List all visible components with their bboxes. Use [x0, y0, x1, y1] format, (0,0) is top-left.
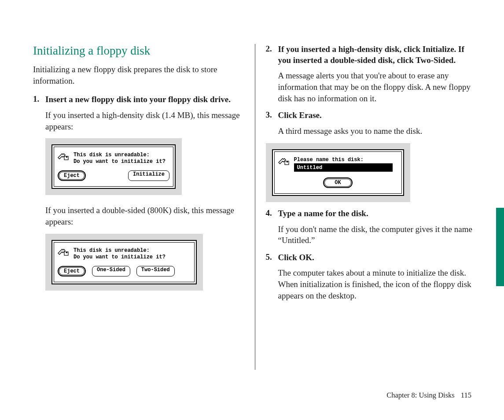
section-tab: [496, 208, 504, 286]
column-divider: [255, 44, 255, 370]
step-1-head: Insert a new floppy disk into your flopp…: [45, 94, 241, 105]
step-4-head: Type a name for the disk.: [278, 208, 474, 219]
ok-button[interactable]: OK: [324, 179, 351, 187]
hand-disk-icon: [278, 156, 290, 165]
step-4: Type a name for the disk. If you don't n…: [266, 208, 474, 246]
dialog-unreadable-hd: This disk is unreadable: Do you want to …: [45, 138, 182, 195]
step-2: If you inserted a high-density disk, cli…: [266, 44, 474, 104]
svg-rect-5: [287, 161, 288, 162]
dialog2-line1: This disk is unreadable:: [74, 247, 166, 254]
right-column: If you inserted a high-density disk, cli…: [261, 44, 474, 370]
one-sided-button[interactable]: One-Sided: [92, 266, 130, 276]
chapter-label: Chapter 8: Using Disks: [386, 391, 454, 399]
svg-rect-1: [66, 156, 67, 158]
intro-paragraph: Initializing a new floppy disk prepares …: [33, 64, 241, 86]
dialog2-line2: Do you want to initialize it?: [74, 254, 166, 260]
section-heading: Initializing a floppy disk: [33, 44, 241, 58]
hand-disk-icon: [58, 247, 69, 256]
step-1: Insert a new floppy disk into your flopp…: [33, 94, 241, 291]
dialog-name-disk: Please name this disk: Untitled OK: [266, 143, 410, 202]
initialize-button[interactable]: Initialize: [128, 170, 169, 181]
step-2-body: A message alerts you that you're about t…: [278, 70, 474, 104]
hand-disk-icon: [58, 151, 69, 160]
left-column: Initializing a floppy disk Initializing …: [33, 44, 253, 370]
step-2-head: If you inserted a high-density disk, cli…: [278, 44, 474, 66]
step-1-body-2: If you inserted a double-sided (800K) di…: [45, 205, 241, 227]
eject-button[interactable]: Eject: [59, 267, 85, 275]
eject-button[interactable]: Eject: [59, 172, 85, 180]
dialog1-line1: This disk is unreadable:: [74, 152, 166, 158]
step-1-body-1: If you inserted a high-density disk (1.4…: [45, 110, 241, 132]
step-5: Click OK. The computer takes about a min…: [266, 252, 474, 302]
step-5-body: The computer takes about a minute to ini…: [278, 267, 474, 301]
step-4-body: If you don't name the disk, the computer…: [278, 224, 474, 246]
svg-rect-3: [66, 252, 67, 253]
page-footer: Chapter 8: Using Disks 115: [386, 391, 471, 400]
step-5-head: Click OK.: [278, 252, 474, 263]
step-3: Click Erase. A third message asks you to…: [266, 110, 474, 202]
two-sided-button[interactable]: Two-Sided: [136, 266, 175, 276]
step-3-head: Click Erase.: [278, 110, 474, 121]
step-3-body: A third message asks you to name the dis…: [278, 125, 474, 137]
disk-name-input[interactable]: Untitled: [294, 163, 393, 172]
dialog3-prompt: Please name this disk:: [294, 157, 398, 163]
page-number: 115: [461, 391, 471, 399]
dialog-unreadable-ds: This disk is unreadable: Do you want to …: [45, 234, 203, 291]
dialog1-line2: Do you want to initialize it?: [74, 158, 166, 165]
